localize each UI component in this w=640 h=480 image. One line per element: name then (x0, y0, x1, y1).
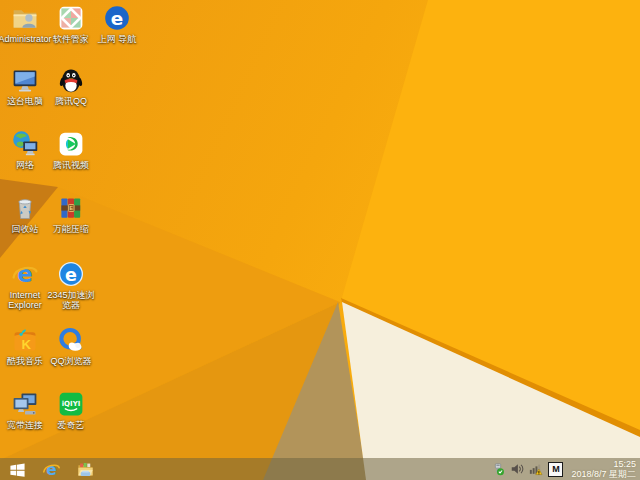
desktop-icon-administrator[interactable]: Administrator (2, 4, 48, 44)
desktop-icon-this-pc[interactable]: 这台电脑 (2, 66, 48, 106)
desktop-icon-label: 2345加速浏览器 (43, 290, 99, 310)
kuwo-music-icon: K (11, 326, 39, 354)
desktop-icon-tencent-qq[interactable]: 腾讯QQ (48, 66, 94, 106)
desktop-icon-qq-browser[interactable]: QQ浏览器 (48, 326, 94, 366)
svg-text:e: e (111, 8, 123, 29)
desktop-screen: Administrator这台电脑网络回收站eInternet Explorer… (0, 0, 640, 480)
tray-status-icons (491, 462, 543, 476)
ime-indicator[interactable]: M (548, 462, 563, 477)
desktop-icon-internet-navigation[interactable]: e上网 导航 (94, 4, 140, 44)
svg-text:E: E (70, 205, 74, 211)
desktop-icon-label: 上网 导航 (89, 34, 145, 44)
tencent-qq-icon (57, 66, 85, 94)
broadband-connection-icon (11, 390, 39, 418)
internet-explorer-task[interactable]: e (41, 459, 61, 479)
system-tray: M 15:25 2018/8/7 星期二 (491, 458, 636, 480)
desktop-icon-label: 腾讯QQ (43, 96, 99, 106)
svg-text:K: K (22, 337, 32, 352)
network-icon (11, 130, 39, 158)
desktop-icon-label: 万能压缩 (43, 224, 99, 234)
desktop-icon-internet-explorer[interactable]: eInternet Explorer (2, 260, 48, 310)
qq-browser-icon (57, 326, 85, 354)
desktop-icon-label: 爱奇艺 (43, 420, 99, 430)
usb-safely-remove-icon[interactable] (491, 462, 505, 476)
desktop-icon-tencent-video[interactable]: 腾讯视频 (48, 130, 94, 170)
start-button[interactable] (7, 459, 27, 479)
internet-explorer-icon: e (11, 260, 39, 288)
this-pc-icon (11, 66, 39, 94)
universal-archiver-icon: E (57, 194, 85, 222)
recycle-bin-icon (11, 194, 39, 222)
desktop-icon-kuwo-music[interactable]: K酷我音乐 (2, 326, 48, 366)
desktop-icon-label: QQ浏览器 (43, 356, 99, 366)
tencent-video-icon (57, 130, 85, 158)
desktop-icon-iqiyi[interactable]: iQIYI爱奇艺 (48, 390, 94, 430)
internet-navigation-icon: e (103, 4, 131, 32)
svg-text:iQIYI: iQIYI (62, 400, 81, 408)
desktop-icon-broadband-connection[interactable]: 宽带连接 (2, 390, 48, 430)
desktop-icon-network[interactable]: 网络 (2, 130, 48, 170)
clock-time: 15:25 (571, 459, 636, 469)
svg-text:e: e (17, 261, 32, 287)
software-manager-icon (57, 4, 85, 32)
desktop-icon-recycle-bin[interactable]: 回收站 (2, 194, 48, 234)
clock-date: 2018/8/7 星期二 (571, 469, 636, 479)
iqiyi-icon: iQIYI (57, 390, 85, 418)
desktop-icon-universal-archiver[interactable]: E万能压缩 (48, 194, 94, 234)
file-explorer-task[interactable] (75, 459, 95, 479)
clock[interactable]: 15:25 2018/8/7 星期二 (571, 459, 636, 479)
desktop-icon-software-manager[interactable]: 软件管家 (48, 4, 94, 44)
svg-text:e: e (65, 265, 77, 285)
desktop-icon-2345-browser[interactable]: e2345加速浏览器 (48, 260, 94, 310)
network-warning-icon[interactable] (529, 462, 543, 476)
administrator-icon (11, 4, 39, 32)
svg-text:e: e (46, 460, 56, 478)
taskbar-buttons: e (7, 458, 95, 480)
2345-browser-icon: e (57, 260, 85, 288)
volume-icon[interactable] (510, 462, 524, 476)
taskbar: e M 15:25 2018/8/7 星期二 (0, 458, 640, 480)
desktop-icon-label: 腾讯视频 (43, 160, 99, 170)
